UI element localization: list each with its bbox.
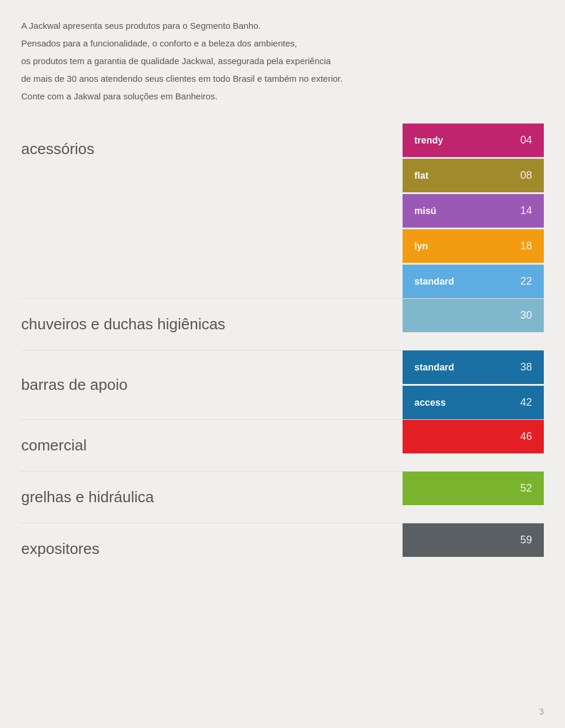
tag-standard-acessorios-name: standard (414, 276, 454, 287)
catalog-row-expositores: expositores 59 (21, 523, 544, 575)
tag-chuveiros-number: 30 (520, 309, 532, 322)
tag-access[interactable]: access 42 (403, 386, 544, 419)
category-label-comercial: comercial (21, 420, 403, 471)
tag-standard-barras-name: standard (414, 362, 454, 373)
tags-comercial: 46 (403, 420, 544, 471)
tag-access-name: access (414, 398, 446, 408)
tag-flat-number: 08 (520, 169, 532, 182)
category-label-chuveiros: chuveiros e duchas higiênicas (21, 299, 403, 350)
intro-line-5: Conte com a Jakwal para soluções em Banh… (21, 89, 544, 103)
tags-expositores: 59 (403, 523, 544, 575)
page-number: 3 (539, 707, 544, 716)
tag-misu-name: misú (414, 206, 436, 216)
tag-standard-acessorios-number: 22 (520, 275, 532, 288)
category-label-expositores: expositores (21, 523, 403, 575)
tag-access-number: 42 (520, 396, 532, 409)
tag-comercial-number: 46 (520, 430, 532, 443)
tag-lyn-number: 18 (520, 240, 532, 252)
intro-line-4: de mais de 30 anos atendendo seus client… (21, 72, 544, 86)
tag-grelhas[interactable]: 52 (403, 472, 544, 505)
tag-trendy[interactable]: trendy 04 (403, 123, 544, 157)
category-label-barras: barras de apoio (21, 350, 403, 419)
tags-chuveiros: 30 (403, 299, 544, 350)
tag-flat-name: flat (414, 171, 428, 181)
tags-barras: standard 38 access 42 (403, 350, 544, 419)
tags-grelhas: 52 (403, 472, 544, 523)
tag-trendy-number: 04 (520, 134, 532, 146)
tag-comercial[interactable]: 46 (403, 420, 544, 453)
tag-expositores[interactable]: 59 (403, 523, 544, 557)
tag-grelhas-number: 52 (520, 482, 532, 495)
catalog-grid: acessórios trendy 04 flat 08 misú 14 lyn… (0, 123, 565, 610)
tags-acessorios: trendy 04 flat 08 misú 14 lyn 18 standar… (403, 123, 544, 298)
tag-chuveiros[interactable]: 30 (403, 299, 544, 332)
intro-line-2: Pensados para a funcionalidade, o confor… (21, 36, 544, 51)
intro-line-1: A Jackwal apresenta seus produtos para o… (21, 19, 544, 33)
tag-misu-number: 14 (520, 205, 532, 217)
tag-standard-barras-number: 38 (520, 361, 532, 373)
tag-expositores-number: 59 (520, 534, 532, 546)
tag-misu[interactable]: misú 14 (403, 194, 544, 228)
tag-trendy-name: trendy (414, 135, 443, 146)
tag-standard-acessorios[interactable]: standard 22 (403, 265, 544, 298)
catalog-row-acessorios: acessórios trendy 04 flat 08 misú 14 lyn… (21, 123, 544, 299)
category-label-acessorios: acessórios (21, 123, 403, 175)
catalog-row-comercial: comercial 46 (21, 420, 544, 472)
tag-lyn[interactable]: lyn 18 (403, 229, 544, 263)
tag-standard-barras[interactable]: standard 38 (403, 350, 544, 384)
catalog-row-barras: barras de apoio standard 38 access 42 (21, 350, 544, 420)
catalog-row-chuveiros: chuveiros e duchas higiênicas 30 (21, 299, 544, 350)
tag-flat[interactable]: flat 08 (403, 159, 544, 192)
tag-lyn-name: lyn (414, 241, 428, 252)
category-label-grelhas: grelhas e hidráulica (21, 472, 403, 523)
intro-section: A Jackwal apresenta seus produtos para o… (0, 0, 565, 123)
catalog-row-grelhas: grelhas e hidráulica 52 (21, 472, 544, 523)
intro-line-3: os produtos tem a garantia de qualidade … (21, 54, 544, 68)
